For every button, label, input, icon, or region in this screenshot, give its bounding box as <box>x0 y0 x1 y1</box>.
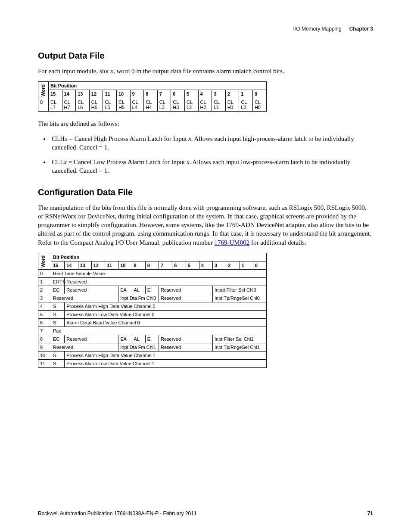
bit-head: 5 <box>186 261 199 269</box>
cell: Reserved <box>65 286 118 294</box>
word-num: 8 <box>38 335 51 343</box>
bit-head: 11 <box>103 90 117 98</box>
output-data-file-heading: Output Data File <box>38 51 373 61</box>
list-item: CLHx = Cancel High Process Alarm Latch f… <box>50 134 373 152</box>
bits-defined-text: The bits are defined as follows: <box>38 119 373 128</box>
publication-link[interactable]: 1769-UM002 <box>214 239 249 246</box>
bit-head: 10 <box>116 90 130 98</box>
cell: CL H1 <box>225 98 239 112</box>
output-bit-table: Word Bit Position 15 14 13 12 11 10 9 8 … <box>38 81 267 112</box>
word-col-head: Word <box>38 82 49 98</box>
word-num: 10 <box>38 351 51 359</box>
cell: CL H7 <box>62 98 76 112</box>
config-intro: The manipulation of the bits from this f… <box>38 203 373 247</box>
bit-head: 13 <box>78 261 91 269</box>
bit-head: 13 <box>76 90 90 98</box>
cell: S <box>51 359 65 367</box>
bit-head: 6 <box>172 261 186 269</box>
cell: Input Filter Sel Chl0 <box>213 286 267 294</box>
cell: CL L3 <box>157 98 171 112</box>
cell: Inpt Filter Sel Chl1 <box>213 335 267 343</box>
word-num: 3 <box>38 294 51 302</box>
cell: CL L1 <box>212 98 226 112</box>
cell: EC <box>51 286 65 294</box>
bit-head: 6 <box>171 90 185 98</box>
cell: CL L5 <box>103 98 117 112</box>
config-bit-table: Word Bit Position 15 14 13 12 11 10 9 8 … <box>38 253 267 368</box>
cell: CL L4 <box>130 98 144 112</box>
cell: EI <box>145 286 159 294</box>
bit-head: 11 <box>105 261 118 269</box>
cell: Reserved <box>65 277 267 286</box>
bit-head: 0 <box>252 90 266 98</box>
cell: EA <box>118 335 132 343</box>
bit-head: 2 <box>225 90 239 98</box>
bit-head: 9 <box>130 90 144 98</box>
word-num: 9 <box>38 343 51 351</box>
cell: Reserved <box>51 294 118 302</box>
cell: Inpt Tp/RngeSel Chl1 <box>213 343 267 351</box>
word-num: 4 <box>38 302 51 310</box>
cell: EC <box>51 335 65 343</box>
cell: CL L7 <box>49 98 62 112</box>
bit-head: 9 <box>132 261 145 269</box>
bit-head: 8 <box>144 90 158 98</box>
cell: Reserved <box>159 286 213 294</box>
bit-head: 0 <box>253 261 266 269</box>
cell: EI <box>145 335 159 343</box>
cell: Reserved <box>51 343 118 351</box>
bit-head: 5 <box>184 90 198 98</box>
bit-position-head: Bit Position <box>51 253 267 261</box>
cell: Process Alarm Low Data Value Channel 1 <box>65 359 267 367</box>
bit-head: 12 <box>89 90 103 98</box>
cell: CL L0 <box>239 98 253 112</box>
cell: CL H0 <box>252 98 266 112</box>
word-num: 2 <box>38 286 51 294</box>
cell: Inpt Tp/RngeSel Chl0 <box>213 294 267 302</box>
cell: CL H6 <box>89 98 103 112</box>
cell: Real Time Sample Value <box>51 269 267 277</box>
cell: CL H2 <box>198 98 212 112</box>
bit-head: 10 <box>118 261 132 269</box>
bit-head: 3 <box>212 90 226 98</box>
cell: Reserved <box>159 335 213 343</box>
bit-head: 1 <box>240 261 253 269</box>
cell: S <box>51 318 65 327</box>
cell: CL L6 <box>76 98 90 112</box>
cell: EA <box>118 286 132 294</box>
word-num: 0 <box>38 269 51 277</box>
cell: Inpt Dta Fm Chl0 <box>118 294 159 302</box>
cell: CL H5 <box>116 98 130 112</box>
cell: Reserved <box>159 343 213 351</box>
bit-head: 2 <box>226 261 240 269</box>
bit-position-head: Bit Position <box>49 82 267 90</box>
cell: Alarm Dead Band Value Channel 0 <box>65 318 267 327</box>
cell: AL <box>132 286 145 294</box>
word-num: 5 <box>38 310 51 318</box>
cell: Process Alarm High Data Value Channel 1 <box>65 351 267 359</box>
cell: AL <box>132 335 145 343</box>
word-num: 11 <box>38 359 51 367</box>
bit-head: 7 <box>157 90 171 98</box>
page-footer: Rockwell Automation Publication 1769-IN0… <box>0 510 411 516</box>
cell: Inpt Dta Fm Chl1 <box>118 343 159 351</box>
bit-head: 12 <box>91 261 105 269</box>
bit-head: 1 <box>239 90 253 98</box>
cell: Process Alarm Low Data Value Channel 0 <box>65 310 267 318</box>
bit-head: 4 <box>198 90 212 98</box>
bit-definitions-list: CLHx = Cancel High Process Alarm Latch f… <box>50 134 373 175</box>
word-num: 6 <box>38 318 51 327</box>
cell: S <box>51 310 65 318</box>
bit-head: 7 <box>159 261 172 269</box>
page-header: I/O Memory Mapping Chapter 3 <box>38 26 373 32</box>
cell: Process Alarm High Data Value Channel 0 <box>65 302 267 310</box>
word-col-head: Word <box>38 253 51 269</box>
cell: CL H3 <box>171 98 185 112</box>
cell: CL L2 <box>184 98 198 112</box>
bit-head: 14 <box>62 90 76 98</box>
bit-head: 14 <box>65 261 78 269</box>
header-chapter: Chapter 3 <box>349 26 373 32</box>
word-num: 7 <box>38 327 51 335</box>
list-item: CLLx = Cancel Low Process Alarm Latch fo… <box>50 158 373 175</box>
cell: Reserved <box>65 335 118 343</box>
